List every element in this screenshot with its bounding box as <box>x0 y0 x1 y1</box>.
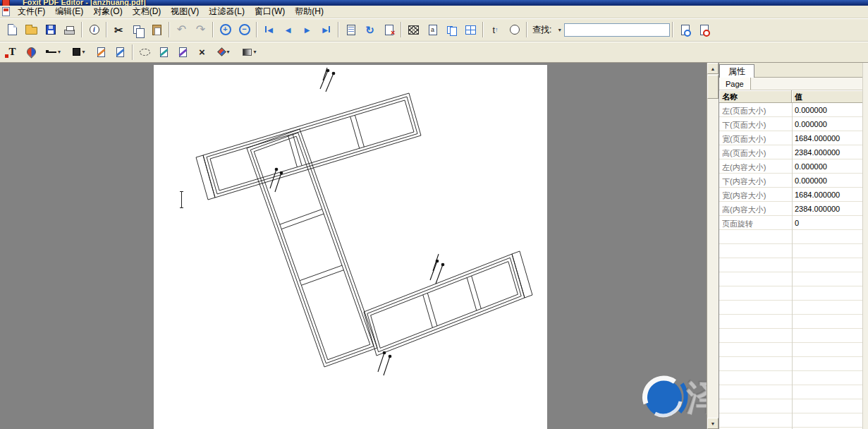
watermark: 泽网 <box>638 371 707 423</box>
transform-scale-button[interactable] <box>173 43 192 61</box>
property-value[interactable]: 0.000000 <box>792 117 862 131</box>
save-button[interactable] <box>41 21 60 39</box>
copy-button[interactable] <box>128 21 147 39</box>
first-page-button[interactable]: ◀ <box>259 21 279 39</box>
fill-style-button[interactable]: ▾ <box>66 43 92 61</box>
find-input[interactable] <box>564 23 670 37</box>
property-row[interactable]: 左(内容大小) 0.000000 <box>719 159 868 174</box>
cut-button[interactable]: ✂ <box>109 21 128 39</box>
new-document-button[interactable] <box>3 21 22 39</box>
last-page-button[interactable]: ▶ <box>317 21 336 39</box>
property-value[interactable]: 0.000000 <box>792 103 862 116</box>
column-divider[interactable] <box>792 103 793 429</box>
pdf-page[interactable] <box>154 65 547 429</box>
scrollbar-thumb[interactable] <box>707 75 719 99</box>
delete-page-icon: × <box>385 25 393 35</box>
document-info-button[interactable]: i <box>85 21 104 39</box>
property-value[interactable]: 0.000000 <box>792 174 862 187</box>
delete-page-button[interactable]: × <box>379 21 398 39</box>
select-text-button[interactable]: a <box>423 21 442 39</box>
redo-button[interactable]: ↷ <box>191 21 210 39</box>
menu-file[interactable]: 文件(F) <box>13 5 50 19</box>
property-value[interactable]: 2384.000000 <box>792 202 862 215</box>
edit-page-button[interactable] <box>111 43 130 61</box>
redo-icon: ↷ <box>196 24 205 35</box>
property-row[interactable]: 高(页面大小) 2384.000000 <box>719 145 868 159</box>
edit-object-button[interactable] <box>92 43 111 61</box>
property-row[interactable]: 下(页面大小) 0.000000 <box>719 117 868 131</box>
line-style-button[interactable]: ▾ <box>41 43 66 61</box>
dropdown-icon: ▾ <box>253 49 256 55</box>
property-value[interactable]: 2384.000000 <box>792 145 862 159</box>
tab-page[interactable]: Page <box>719 78 751 90</box>
name-column-header[interactable]: 名称 <box>719 90 792 103</box>
color-drop-button[interactable] <box>22 43 41 61</box>
multi-page-view-button[interactable] <box>461 21 480 39</box>
property-row[interactable]: 下(内容大小) 0.000000 <box>719 174 868 188</box>
assembly-drawing <box>154 65 547 429</box>
property-row[interactable]: 宽(页面大小) 1684.000000 <box>719 131 868 145</box>
dropdown-icon: ▾ <box>58 49 61 55</box>
property-row[interactable]: 宽(内容大小) 1684.000000 <box>719 188 868 202</box>
color-swatch-button[interactable]: ▾ <box>212 43 237 61</box>
dropdown-icon: ▾ <box>558 27 561 33</box>
target-circle-button[interactable] <box>505 21 524 39</box>
find-options-button[interactable]: ▾ <box>554 21 564 39</box>
text-tool-button[interactable]: T <box>3 43 22 61</box>
menu-view[interactable]: 视图(V) <box>166 5 204 19</box>
menu-filter[interactable]: 过滤器(L) <box>204 5 250 19</box>
scroll-up-button[interactable]: ▲ <box>707 63 719 74</box>
zoom-out-button[interactable]: − <box>235 21 254 39</box>
first-page-icon: ◀ <box>265 26 273 34</box>
red-x-icon: × <box>391 28 395 37</box>
scroll-down-button[interactable]: ▼ <box>707 418 719 429</box>
undo-button[interactable]: ↶ <box>172 21 191 39</box>
tools-button[interactable]: × <box>192 43 212 61</box>
gradient-button[interactable]: ▾ <box>237 43 262 61</box>
transform-rotate-button[interactable] <box>154 43 173 61</box>
print-button[interactable] <box>60 21 79 39</box>
prev-page-button[interactable]: ◀ <box>279 21 298 39</box>
scrollbar-track[interactable] <box>707 99 719 418</box>
menu-object[interactable]: 对象(O) <box>88 5 127 19</box>
next-page-button[interactable]: ▶ <box>298 21 317 39</box>
text-up-button[interactable]: t↑ <box>486 21 505 39</box>
vertical-scrollbar[interactable]: ▲ ▼ <box>707 63 719 429</box>
menu-document[interactable]: 文档(D) <box>128 5 166 19</box>
search-next-button[interactable] <box>695 21 714 39</box>
lasso-select-button[interactable] <box>135 43 154 61</box>
property-name: 下(页面大小) <box>719 117 792 131</box>
last-page-icon: ▶ <box>322 26 330 34</box>
menu-edit[interactable]: 编辑(E) <box>50 5 88 19</box>
paste-button[interactable] <box>147 21 166 39</box>
property-row[interactable]: 高(内容大小) 2384.000000 <box>719 202 868 216</box>
toolbar-separator <box>672 22 673 37</box>
toolbar-separator <box>106 22 107 37</box>
up-arrow-icon: ↑ <box>495 26 499 33</box>
next-page-icon: ▶ <box>305 26 310 34</box>
page-thumbnails-button[interactable] <box>341 21 360 39</box>
search-document-button[interactable] <box>676 21 695 39</box>
zoom-in-button[interactable]: + <box>216 21 235 39</box>
hatch-tool-button[interactable] <box>404 21 423 39</box>
toolbar-separator <box>401 22 402 37</box>
property-value[interactable]: 0.000000 <box>792 159 862 173</box>
rotate-page-button[interactable]: ↻ <box>360 21 379 39</box>
two-page-view-button[interactable] <box>442 21 461 39</box>
menu-help[interactable]: 帮助(H) <box>290 5 329 19</box>
value-column-header[interactable]: 值 <box>792 90 868 103</box>
property-value[interactable]: 1684.000000 <box>792 188 862 201</box>
app-icon <box>2 0 10 6</box>
property-value[interactable]: 0 <box>792 216 862 229</box>
properties-grid-header: 名称 值 <box>719 90 868 103</box>
open-button[interactable] <box>22 21 41 39</box>
property-value[interactable]: 1684.000000 <box>792 131 862 145</box>
properties-tab[interactable]: 属性 <box>719 64 754 78</box>
zoom-in-icon: + <box>220 24 231 35</box>
property-row[interactable]: 页面旋转 0 <box>719 216 868 230</box>
property-row[interactable]: 左(页面大小) 0.000000 <box>719 103 868 117</box>
menu-window[interactable]: 窗口(W) <box>250 5 290 19</box>
document-canvas[interactable]: 泽网 <box>0 63 707 429</box>
rotate-page-icon: ↻ <box>365 25 374 35</box>
panel-scroll-strip[interactable] <box>862 63 868 429</box>
